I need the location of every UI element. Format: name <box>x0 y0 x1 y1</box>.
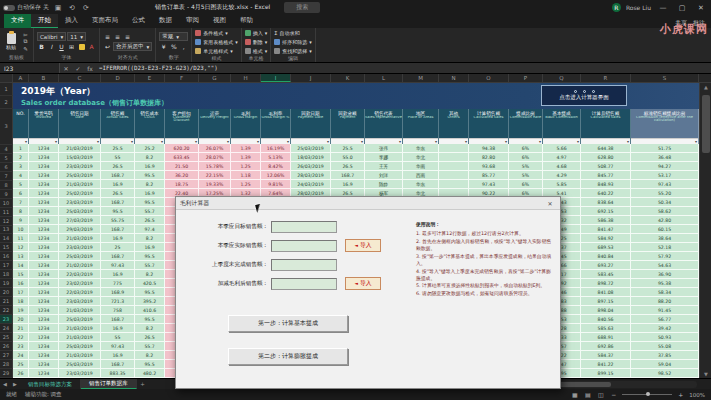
format-cells-button[interactable]: 格式▾ <box>245 47 268 55</box>
cell[interactable]: 21.50 <box>165 162 199 171</box>
row-number-23[interactable]: 23 <box>0 315 13 324</box>
row-number-21[interactable]: 21 <box>0 297 13 306</box>
percent-button[interactable]: % <box>169 42 178 51</box>
cell[interactable]: 841.08 <box>581 288 631 297</box>
column-letter-B[interactable]: B <box>29 74 59 82</box>
cell[interactable]: 841.47 <box>581 225 631 234</box>
column-letter-E[interactable]: E <box>135 74 165 82</box>
row-number-18[interactable]: 18 <box>0 270 13 279</box>
cell[interactable]: 18 <box>13 297 29 306</box>
cell[interactable]: 1234 <box>29 360 59 369</box>
cell[interactable]: 55.7 <box>135 261 165 270</box>
new-sheet-button[interactable]: + <box>137 381 149 387</box>
cell[interactable]: 8.2 <box>135 234 165 243</box>
font-color-button[interactable]: A <box>87 42 96 51</box>
cell[interactable]: 23 <box>13 342 29 351</box>
cell[interactable]: 11 <box>13 234 29 243</box>
cell[interactable]: 95.5 <box>135 288 165 297</box>
name-box[interactable]: I23 <box>0 63 60 73</box>
cell[interactable]: 7 <box>13 198 29 207</box>
row-number-12[interactable]: 12 <box>0 217 13 226</box>
cell[interactable]: 39.42 <box>631 324 699 333</box>
redo-icon[interactable]: ⟳ <box>81 4 91 12</box>
ribbon-tab-视图[interactable]: 视图 <box>206 14 233 28</box>
cell[interactable] <box>439 162 469 171</box>
cell[interactable]: 26.5 <box>135 333 165 342</box>
cell[interactable]: 华北 <box>403 153 439 162</box>
cell[interactable]: 1234 <box>29 369 59 378</box>
cell[interactable]: 26.5 <box>331 162 365 171</box>
cell[interactable]: 17 <box>13 288 29 297</box>
cell[interactable]: 55 <box>101 153 135 162</box>
cell[interactable]: 97.43 <box>631 180 699 189</box>
fx-icon[interactable]: fx <box>84 65 96 72</box>
zoom-slider[interactable] <box>622 394 672 395</box>
cell[interactable]: 640.22 <box>581 189 631 198</box>
row-number-27[interactable]: 27 <box>0 351 13 360</box>
cell[interactable]: 168.9 <box>101 288 135 297</box>
cell[interactable]: 1234 <box>29 162 59 171</box>
cell[interactable]: 25.5 <box>101 144 135 153</box>
zoom-in-icon[interactable]: + <box>676 391 685 398</box>
cell[interactable]: 168.7 <box>101 252 135 261</box>
cell[interactable]: 395.2 <box>135 297 165 306</box>
ribbon-tab-文件[interactable]: 文件 <box>4 14 31 28</box>
delete-cells-button[interactable]: 删除▾ <box>245 38 268 46</box>
cell[interactable]: 1234 <box>29 207 59 216</box>
cell[interactable]: 838.64 <box>581 198 631 207</box>
cell[interactable]: 55.7 <box>135 207 165 216</box>
cell[interactable]: 168.7 <box>101 225 135 234</box>
cell[interactable]: 758 <box>101 306 135 315</box>
zoom-out-icon[interactable]: − <box>609 391 618 398</box>
cell[interactable]: 38.64 <box>631 234 699 243</box>
cell[interactable]: 633.45 <box>165 153 199 162</box>
column-letter-P[interactable]: P <box>509 74 543 82</box>
cell[interactable]: 1234 <box>29 171 59 180</box>
ribbon-tab-页面布局[interactable]: 页面布局 <box>85 14 125 28</box>
cell[interactable]: 李娜 <box>365 153 403 162</box>
cell[interactable]: 华东 <box>403 144 439 153</box>
cell[interactable]: 15/03/2019 <box>59 153 101 162</box>
bold-button[interactable]: B <box>37 42 46 51</box>
cell[interactable]: 97.4 <box>135 225 165 234</box>
cell[interactable]: 10 <box>13 225 29 234</box>
row-number-9[interactable]: 9 <box>0 190 13 199</box>
ribbon-tab-审阅[interactable]: 审阅 <box>179 14 206 28</box>
row-number-20[interactable]: 20 <box>0 288 13 297</box>
fill-color-button[interactable] <box>77 42 86 51</box>
cell[interactable]: 19.33% <box>199 180 231 189</box>
cell[interactable]: 16.19% <box>261 144 291 153</box>
cell[interactable]: 1234 <box>29 324 59 333</box>
insert-cells-button[interactable]: 插入▾ <box>245 29 268 37</box>
cell[interactable]: 37.85 <box>631 351 699 360</box>
cell[interactable]: 689.53 <box>581 243 631 252</box>
row-number-1[interactable]: 1 <box>0 83 13 96</box>
column-letter-R[interactable]: R <box>581 74 631 82</box>
cell[interactable]: 21/02/2019 <box>59 261 101 270</box>
cell[interactable]: 23/03/2019 <box>59 297 101 306</box>
cell[interactable]: 4.29 <box>543 171 581 180</box>
cell[interactable]: 26 <box>13 369 29 378</box>
cell[interactable]: 1234 <box>29 225 59 234</box>
cell[interactable]: 6% <box>509 144 543 153</box>
cell[interactable]: 华南 <box>403 162 439 171</box>
cell[interactable]: 480.2 <box>135 369 165 378</box>
cell[interactable]: 91.45 <box>631 306 699 315</box>
cell[interactable]: 88.20 <box>631 297 699 306</box>
cell[interactable]: 西南 <box>403 171 439 180</box>
cell[interactable]: 5.85 <box>543 180 581 189</box>
cell[interactable]: 5% <box>509 171 543 180</box>
cell[interactable]: 25/03/2019 <box>59 252 101 261</box>
row-number-5[interactable]: 5 <box>0 154 13 163</box>
cell[interactable]: 2 <box>13 153 29 162</box>
cell[interactable]: 5 <box>13 180 29 189</box>
cell[interactable]: 56.77 <box>631 315 699 324</box>
cell[interactable]: 897.15 <box>581 297 631 306</box>
cell[interactable]: 25/02/2019 <box>59 189 101 198</box>
cell[interactable]: 王芳 <box>365 162 403 171</box>
cell[interactable]: 23/03/2019 <box>59 162 101 171</box>
cell[interactable]: 29/03/2019 <box>59 225 101 234</box>
cell[interactable]: 50.93 <box>631 333 699 342</box>
cell[interactable]: 1234 <box>29 279 59 288</box>
underline-button[interactable]: U <box>57 42 66 51</box>
